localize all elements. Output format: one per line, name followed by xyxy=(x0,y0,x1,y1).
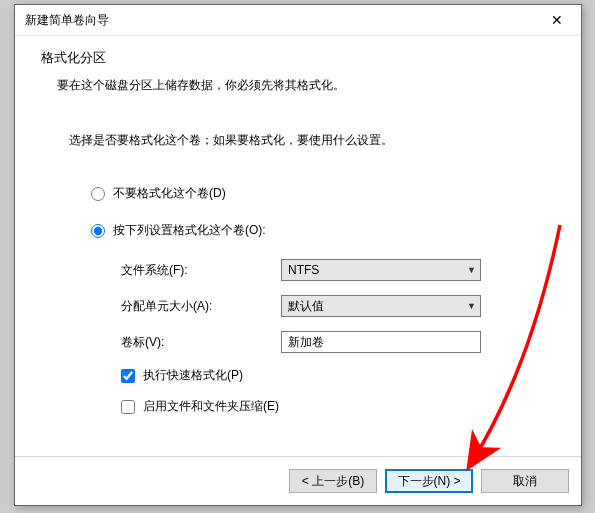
check-compress-input[interactable] xyxy=(121,400,135,414)
next-button[interactable]: 下一步(N) > xyxy=(385,469,473,493)
content-area: 格式化分区 要在这个磁盘分区上储存数据，你必须先将其格式化。 选择是否要格式化这… xyxy=(15,36,581,415)
radio-no-format-label: 不要格式化这个卷(D) xyxy=(113,185,226,202)
row-volume-label: 卷标(V): xyxy=(121,331,555,353)
input-volume-label[interactable] xyxy=(281,331,481,353)
back-button[interactable]: < 上一步(B) xyxy=(289,469,377,493)
check-quick-format-label: 执行快速格式化(P) xyxy=(143,367,243,384)
label-volume: 卷标(V): xyxy=(121,334,281,351)
close-button[interactable]: ✕ xyxy=(537,6,577,34)
radio-no-format-input[interactable] xyxy=(91,187,105,201)
radio-no-format[interactable]: 不要格式化这个卷(D) xyxy=(91,185,555,202)
check-quick-format-input[interactable] xyxy=(121,369,135,383)
format-settings: 文件系统(F): NTFS ▼ 分配单元大小(A): 默认值 ▼ 卷标(V): xyxy=(121,259,555,415)
radio-format-with[interactable]: 按下列设置格式化这个卷(O): xyxy=(91,222,555,239)
select-filesystem[interactable]: NTFS ▼ xyxy=(281,259,481,281)
wizard-footer: < 上一步(B) 下一步(N) > 取消 xyxy=(15,456,581,505)
label-filesystem: 文件系统(F): xyxy=(121,262,281,279)
titlebar: 新建简单卷向导 ✕ xyxy=(15,5,581,36)
select-filesystem-value: NTFS xyxy=(288,263,319,277)
page-title: 格式化分区 xyxy=(41,50,555,67)
row-allocation: 分配单元大小(A): 默认值 ▼ xyxy=(121,295,555,317)
select-allocation-value: 默认值 xyxy=(288,298,324,315)
format-choice-group: 不要格式化这个卷(D) 按下列设置格式化这个卷(O): xyxy=(91,185,555,239)
page-subtitle: 要在这个磁盘分区上储存数据，你必须先将其格式化。 xyxy=(57,77,555,94)
radio-format-with-label: 按下列设置格式化这个卷(O): xyxy=(113,222,266,239)
chevron-down-icon: ▼ xyxy=(467,301,476,311)
row-filesystem: 文件系统(F): NTFS ▼ xyxy=(121,259,555,281)
instruction-text: 选择是否要格式化这个卷；如果要格式化，要使用什么设置。 xyxy=(69,132,555,149)
chevron-down-icon: ▼ xyxy=(467,265,476,275)
cancel-button[interactable]: 取消 xyxy=(481,469,569,493)
window-title: 新建简单卷向导 xyxy=(25,12,109,29)
wizard-window: 新建简单卷向导 ✕ 格式化分区 要在这个磁盘分区上储存数据，你必须先将其格式化。… xyxy=(14,4,582,506)
check-quick-format[interactable]: 执行快速格式化(P) xyxy=(121,367,555,384)
label-allocation: 分配单元大小(A): xyxy=(121,298,281,315)
radio-format-with-input[interactable] xyxy=(91,224,105,238)
check-compress[interactable]: 启用文件和文件夹压缩(E) xyxy=(121,398,555,415)
close-icon: ✕ xyxy=(551,12,563,28)
select-allocation[interactable]: 默认值 ▼ xyxy=(281,295,481,317)
check-compress-label: 启用文件和文件夹压缩(E) xyxy=(143,398,279,415)
